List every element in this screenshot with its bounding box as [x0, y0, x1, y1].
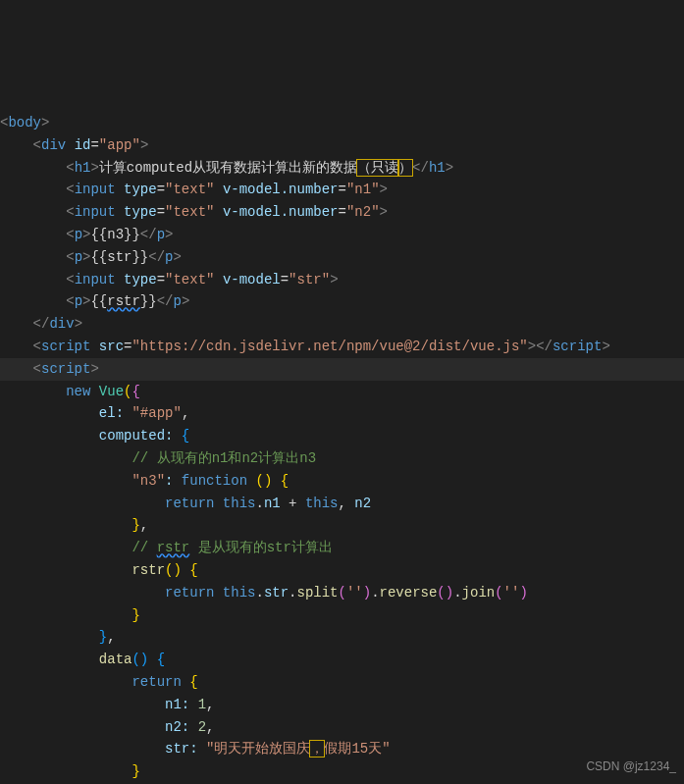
code-editor: <body> <div id="app"> <h1>计算computed从现有数…: [0, 89, 684, 784]
current-line-highlight: <script>: [0, 358, 684, 381]
wavy-underline: rstr: [157, 540, 190, 555]
tag-body: body: [8, 115, 41, 131]
comment: // 从现有的n1和n2计算出n3: [132, 450, 316, 466]
lint-warning: ）: [397, 159, 413, 177]
comment: // rstr 是从现有的str计算出: [132, 540, 332, 555]
watermark: CSDN @jz1234_: [586, 756, 676, 778]
wavy-underline: rstr: [107, 293, 140, 309]
lint-warning: （只读: [356, 159, 399, 177]
